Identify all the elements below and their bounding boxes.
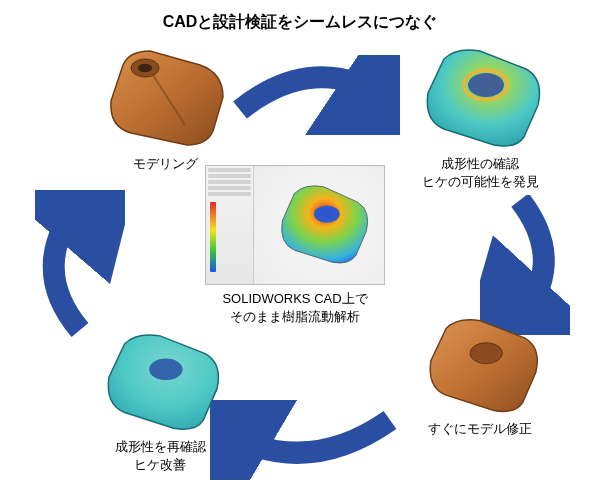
screenshot-viewport xyxy=(254,166,384,284)
svg-point-2 xyxy=(468,73,504,97)
svg-point-5 xyxy=(149,358,182,380)
center-caption: SOLIDWORKS CAD上で そのまま樹脂流動解析 xyxy=(160,290,430,326)
arrow-top xyxy=(230,55,400,135)
arrow-left xyxy=(35,190,125,340)
step-model-fix: すぐにモデル修正 xyxy=(400,315,560,438)
part-molding-check-icon xyxy=(410,45,550,155)
svg-point-1 xyxy=(138,64,152,72)
svg-point-4 xyxy=(470,343,502,364)
step-molding-check: 成形性の確認 ヒケの可能性を発見 xyxy=(395,45,565,191)
part-model-fix-icon xyxy=(413,315,548,420)
step-recheck-caption: 成形性を再確認 ヒケ改善 xyxy=(75,438,245,474)
part-modeling-icon xyxy=(95,45,235,155)
screenshot-side-panel xyxy=(206,166,254,284)
center-screenshot xyxy=(205,165,385,285)
arrow-right xyxy=(480,195,570,335)
step-modeling: モデリング xyxy=(85,45,245,173)
step-model-fix-caption: すぐにモデル修正 xyxy=(400,420,560,438)
step-molding-check-caption: 成形性の確認 ヒケの可能性を発見 xyxy=(395,155,565,191)
step-recheck: 成形性を再確認 ヒケ改善 xyxy=(75,330,245,474)
diagram-title: CADと設計検証をシームレスにつなぐ xyxy=(0,12,600,33)
part-recheck-icon xyxy=(90,330,230,438)
svg-point-6 xyxy=(314,206,340,223)
color-scale-bar-icon xyxy=(210,202,216,272)
